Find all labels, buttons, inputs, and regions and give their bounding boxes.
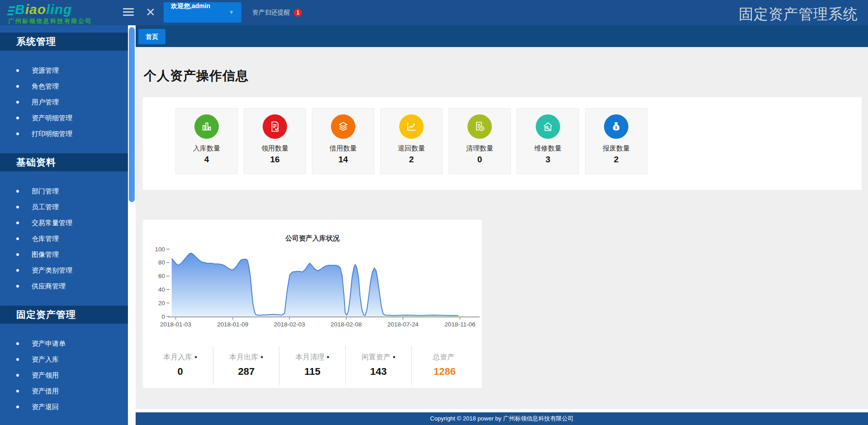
sidebar-item[interactable]: 部门管理 [0,183,128,199]
svg-text:0: 0 [161,313,165,320]
stat-card: 清理数量 0 [448,108,511,174]
sidebar-item[interactable]: 资产类别管理 [0,262,128,278]
stat-card-label: 报废数量 [585,144,647,153]
sidebar-scrollbar-thumb[interactable] [129,27,135,202]
brand-logo-text: Biaoling [8,2,121,16]
stat-card: 入库数量 4 [175,108,238,174]
bar-chart-icon [194,114,219,139]
sidebar-section-title[interactable]: 固定资产管理 [0,306,128,324]
sidebar-item[interactable]: 角色管理 [0,78,128,94]
logo-stripes-icon [7,6,15,15]
summary-value: 0 [147,366,213,378]
svg-text:2018-07-24: 2018-07-24 [387,321,419,328]
summary-dot: • [260,353,263,361]
reminder-count-badge: 1 [294,9,302,17]
home-wrench-icon [536,114,560,139]
sidebar-item[interactable]: 交易常量管理 [0,215,128,231]
svg-text:40: 40 [158,286,165,293]
stat-card: $ 报废数量 2 [585,108,647,174]
welcome-admin-button[interactable]: 欢迎您,admin ▼ [164,2,241,23]
svg-text:60: 60 [158,273,165,279]
welcome-admin-label: 欢迎您,admin [171,2,210,9]
sidebar-section-items: 资产申请单 资产入库 资产领用 资产借用 资产退回 [0,335,128,415]
svg-text:2018-11-06: 2018-11-06 [444,321,475,328]
copyright-text: Copyright © 2018 power by 广州标领信息科技有限公司 [430,415,573,423]
summary-value: 115 [279,366,345,378]
stat-card-value: 2 [585,155,647,165]
stat-cards-band: 入库数量 4 领用数量 16 借用数量 14 退回数量 2 清理数量 0 维修数… [143,97,862,190]
summary-label: 闲置资产 [362,353,391,361]
footer: Copyright © 2018 power by 广州标领信息科技有限公司 [136,412,868,425]
sidebar-item[interactable]: 员工管理 [0,199,128,215]
content-gap [136,409,868,412]
close-icon[interactable]: ✕ [146,5,156,20]
sidebar-item[interactable]: 资源管理 [0,62,128,78]
svg-text:80: 80 [158,259,165,266]
stat-card: 借用数量 14 [312,108,374,174]
sidebar-item[interactable]: 资产退回 [0,399,128,415]
sidebar-item[interactable]: 资产入库 [0,351,128,367]
summary-value: 143 [346,366,411,378]
svg-text:$: $ [615,125,617,130]
sidebar-section-items: 资源管理 角色管理 用户管理 资产明细管理 打印明细管理 [0,62,128,142]
stat-card-value: 0 [449,155,510,165]
summary-item: 本月出库• 287 [213,346,279,385]
top-header: Biaoling 广州标领信息科技有限公司 ✕ 欢迎您,admin ▼ 资产归还… [0,0,868,25]
svg-text:20: 20 [158,300,165,307]
sidebar-scrollbar[interactable] [128,25,136,425]
logo-letter-b: B [15,3,25,16]
money-bag-icon: $ [604,114,628,139]
app-window: Biaoling 广州标领信息科技有限公司 ✕ 欢迎您,admin ▼ 资产归还… [0,0,868,425]
logo-letters-iao: iao [25,3,46,16]
stat-card-label: 借用数量 [312,144,374,153]
chevron-down-icon: ▼ [229,2,234,23]
line-chart-icon [399,114,424,139]
sidebar-section-title[interactable]: 基础资料 [0,153,128,171]
sidebar-item[interactable]: 资产明细管理 [0,110,128,126]
document-clock-icon [467,114,492,139]
stat-card-value: 3 [517,155,579,165]
svg-text:100: 100 [155,246,165,253]
sidebar-item[interactable]: 图像管理 [0,246,128,262]
page-title: 个人资产操作信息 [144,67,249,85]
summary-item: 本月清理• 115 [279,346,345,385]
tab-strip: 首页 [136,25,868,47]
sidebar-item[interactable]: 资产领用 [0,367,128,383]
brand-logo[interactable]: Biaoling 广州标领信息科技有限公司 [8,2,121,24]
summary-item: 本月入库• 0 [147,346,213,385]
document-check-icon [263,114,287,139]
sidebar-item[interactable]: 资产借用 [0,383,128,399]
asset-return-reminder[interactable]: 资产归还提醒 1 [252,6,302,19]
summary-dot: • [194,353,197,361]
summary-item: 闲置资产• 143 [346,346,412,385]
company-name: 广州标领信息科技有限公司 [8,17,121,25]
svg-text:2018-02-03: 2018-02-03 [274,321,305,328]
stat-card-label: 入库数量 [176,144,237,153]
tab-home[interactable]: 首页 [138,29,165,44]
sidebar-section-title[interactable]: 系统管理 [0,33,128,51]
sidebar-section-items: 部门管理 员工管理 交易常量管理 仓库管理 图像管理 资产类别管理 供应商管理 [0,183,128,294]
summary-label: 本月出库 [229,353,258,361]
summary-value: 287 [213,366,279,378]
summary-dot: • [327,353,330,361]
stat-card: 维修数量 3 [517,108,579,174]
sidebar-item[interactable]: 打印明细管理 [0,126,128,142]
sidebar-item[interactable]: 仓库管理 [0,231,128,246]
main-content: 个人资产操作信息 入库数量 4 领用数量 16 借用数量 14 退回数量 2 清… [136,47,868,409]
layers-icon [331,114,355,139]
summary-item: 总资产 1286 [412,346,477,385]
chart-panel: 公司资产入库状况 0204060801002018-01-032018-01-0… [143,220,482,388]
stat-card-value: 16 [244,155,306,165]
summary-label: 本月入库 [163,353,192,361]
menu-toggle-icon[interactable] [123,8,134,17]
summary-label: 本月清理 [296,353,325,361]
sidebar-item[interactable]: 供应商管理 [0,278,128,294]
stat-card-value: 14 [312,155,374,165]
sidebar-item[interactable]: 用户管理 [0,94,128,110]
stat-card-label: 维修数量 [517,144,579,153]
summary-label: 总资产 [433,353,454,361]
sidebar-item[interactable]: 资产申请单 [0,335,128,351]
stat-card-label: 清理数量 [449,144,510,153]
sidebar-nav: 系统管理 资源管理 角色管理 用户管理 资产明细管理 打印明细管理 基础资料 部… [0,25,128,425]
stat-card-value: 2 [381,155,442,165]
